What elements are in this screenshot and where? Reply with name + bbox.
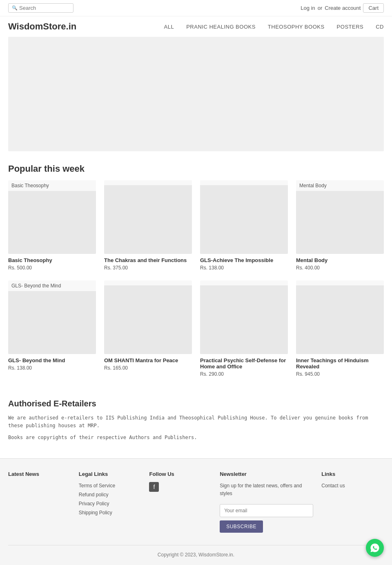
products-grid: Basic Theosophy Basic Theosophy Rs. 500.…	[0, 180, 392, 391]
product-price-0: Rs. 500.00	[8, 265, 96, 271]
product-info-4: GLS- Beyond the Mind Rs. 138.00	[8, 354, 96, 372]
contact-us-link[interactable]: Contact us	[321, 483, 345, 489]
legal-links-heading: Legal Links	[79, 471, 141, 477]
product-price-2: Rs. 138.00	[200, 265, 288, 271]
product-image-0[interactable]: Basic Theosophy	[8, 180, 96, 254]
product-name-6: Practical Psychic Self-Defense for Home …	[200, 357, 288, 370]
product-overlay-3: Mental Body	[296, 180, 384, 191]
nav-cd[interactable]: CD	[376, 24, 384, 30]
product-card: GLS-Achieve The Impossible Rs. 138.00	[200, 180, 288, 272]
product-overlay-2	[200, 180, 288, 185]
product-image-6[interactable]	[200, 280, 288, 354]
hero-banner	[8, 37, 384, 151]
product-price-7: Rs. 945.00	[296, 371, 384, 377]
authorised-para2: Books are copyrights of their respective…	[8, 434, 384, 442]
nav-posters[interactable]: POSTERS	[337, 24, 364, 30]
product-image-5[interactable]	[104, 280, 192, 354]
product-card: The Chakras and their Functions Rs. 375.…	[104, 180, 192, 272]
privacy-policy-link[interactable]: Privacy Policy	[79, 501, 109, 507]
whatsapp-icon	[370, 543, 380, 553]
product-card: GLS- Beyond the Mind GLS- Beyond the Min…	[8, 280, 96, 379]
product-overlay-4: GLS- Beyond the Mind	[8, 280, 96, 291]
newsletter-email-input[interactable]	[220, 504, 313, 517]
product-name-0: Basic Theosophy	[8, 257, 96, 263]
product-image-2[interactable]	[200, 180, 288, 254]
footer-newsletter: Newsletter Sign up for the latest news, …	[220, 471, 313, 533]
footer-follow-us: Follow Us f	[149, 471, 212, 533]
nav-theosophy[interactable]: THEOSOPHY BOOKS	[268, 24, 325, 30]
product-info-2: GLS-Achieve The Impossible Rs. 138.00	[200, 254, 288, 272]
search-input[interactable]	[19, 5, 70, 11]
latest-news-heading: Latest News	[8, 471, 71, 477]
product-info-0: Basic Theosophy Rs. 500.00	[8, 254, 96, 272]
product-info-5: OM SHANTI Mantra for Peace Rs. 165.00	[104, 354, 192, 372]
authorised-para1: We are authorised e-retailers to IIS Pub…	[8, 414, 384, 430]
search-wrapper: 🔍	[8, 3, 74, 13]
product-image-4[interactable]: GLS- Beyond the Mind	[8, 280, 96, 354]
copyright-text: Copyright © 2023, WisdomStore.in.	[158, 552, 234, 558]
footer: Latest News Legal Links Terms of Service…	[0, 458, 392, 565]
follow-us-heading: Follow Us	[149, 471, 212, 477]
product-name-7: Inner Teachings of Hinduism Revealed	[296, 357, 384, 370]
search-icon: 🔍	[12, 5, 18, 11]
newsletter-desc: Sign up for the latest news, offers and …	[220, 482, 313, 498]
top-bar-right: Log in or Create account Cart	[301, 3, 384, 13]
site-logo[interactable]: WisdomStore.in	[8, 21, 76, 32]
shipping-policy-link[interactable]: Shipping Policy	[79, 510, 112, 516]
product-image-7[interactable]	[296, 280, 384, 354]
authorised-heading: Authorised E-Retailers	[8, 399, 384, 408]
top-bar: 🔍 Log in or Create account Cart	[0, 0, 392, 16]
product-card: Inner Teachings of Hinduism Revealed Rs.…	[296, 280, 384, 379]
footer-links: Links Contact us	[321, 471, 384, 533]
product-name-2: GLS-Achieve The Impossible	[200, 257, 288, 263]
nav-pranic[interactable]: PRANIC HEALING BOOKS	[186, 24, 256, 30]
newsletter-heading: Newsletter	[220, 471, 313, 477]
product-overlay-0: Basic Theosophy	[8, 180, 96, 191]
product-card: OM SHANTI Mantra for Peace Rs. 165.00	[104, 280, 192, 379]
product-info-6: Practical Psychic Self-Defense for Home …	[200, 354, 288, 379]
product-price-1: Rs. 375.00	[104, 265, 192, 271]
product-price-4: Rs. 138.00	[8, 365, 96, 371]
links-heading: Links	[321, 471, 384, 477]
product-overlay-1	[104, 180, 192, 185]
product-name-4: GLS- Beyond the Mind	[8, 357, 96, 363]
product-card: Mental Body Mental Body Rs. 400.00	[296, 180, 384, 272]
login-link[interactable]: Log in	[301, 5, 315, 11]
product-price-5: Rs. 165.00	[104, 365, 192, 371]
footer-links-list: Contact us	[321, 482, 384, 489]
facebook-icon[interactable]: f	[149, 482, 159, 492]
create-account-link[interactable]: Create account	[325, 5, 361, 11]
product-overlay-7	[296, 280, 384, 285]
product-card: Practical Psychic Self-Defense for Home …	[200, 280, 288, 379]
product-name-5: OM SHANTI Mantra for Peace	[104, 357, 192, 363]
subscribe-button[interactable]: SUBSCRIBE	[220, 520, 263, 533]
product-overlay-5	[104, 280, 192, 285]
product-card: Basic Theosophy Basic Theosophy Rs. 500.…	[8, 180, 96, 272]
product-image-3[interactable]: Mental Body	[296, 180, 384, 254]
product-info-7: Inner Teachings of Hinduism Revealed Rs.…	[296, 354, 384, 379]
nav-all[interactable]: ALL	[164, 24, 174, 30]
product-overlay-6	[200, 280, 288, 285]
authorised-section: Authorised E-Retailers We are authorised…	[0, 391, 392, 458]
or-separator: or	[318, 5, 323, 11]
product-price-6: Rs. 290.00	[200, 371, 288, 377]
product-info-1: The Chakras and their Functions Rs. 375.…	[104, 254, 192, 272]
footer-grid: Latest News Legal Links Terms of Service…	[8, 471, 384, 533]
product-name-3: Mental Body	[296, 257, 384, 263]
nav-links: ALL PRANIC HEALING BOOKS THEOSOPHY BOOKS…	[164, 23, 384, 30]
footer-bottom: Copyright © 2023, WisdomStore.in.	[8, 545, 384, 558]
nav-bar: WisdomStore.in ALL PRANIC HEALING BOOKS …	[0, 16, 392, 37]
whatsapp-fab[interactable]	[366, 539, 384, 557]
terms-of-service-link[interactable]: Terms of Service	[79, 483, 115, 489]
cart-button[interactable]: Cart	[363, 3, 384, 13]
footer-legal: Legal Links Terms of Service Refund poli…	[79, 471, 141, 533]
footer-latest-news: Latest News	[8, 471, 71, 533]
product-image-1[interactable]	[104, 180, 192, 254]
product-price-3: Rs. 400.00	[296, 265, 384, 271]
product-name-1: The Chakras and their Functions	[104, 257, 192, 263]
refund-policy-link[interactable]: Refund policy	[79, 492, 109, 498]
popular-heading: Popular this week	[0, 159, 392, 180]
product-info-3: Mental Body Rs. 400.00	[296, 254, 384, 272]
legal-links-list: Terms of Service Refund policy Privacy P…	[79, 482, 141, 516]
